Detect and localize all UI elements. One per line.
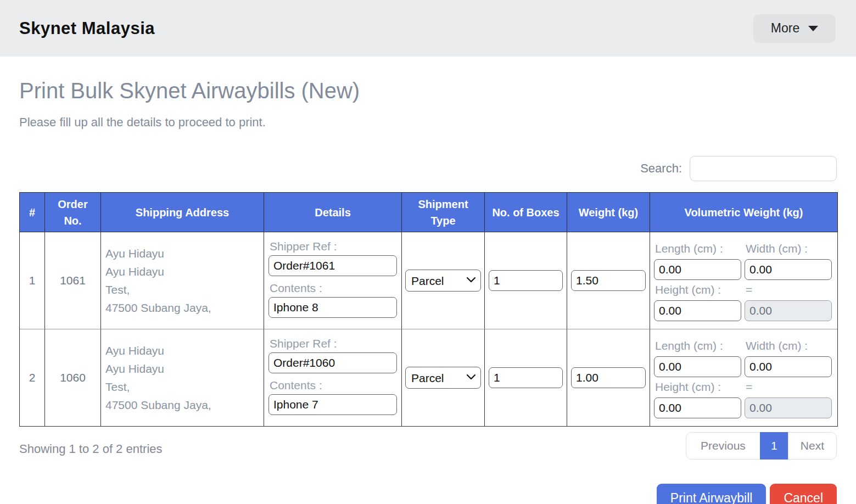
width-input[interactable] [745,356,832,377]
contents-label: Contents : [270,379,397,392]
more-dropdown-label: More [771,21,799,36]
shipment-type-select[interactable]: Parcel [405,367,481,389]
volumetric-weight-cell: Length (cm) : Width (cm) : Height (cm) :… [650,329,837,426]
contents-label: Contents : [270,282,397,295]
height-label: Height (cm) : [655,380,741,394]
height-input[interactable] [654,300,741,321]
no-of-boxes-cell [485,232,567,329]
action-buttons: Print Airwaybill Cancel [19,484,837,504]
address-line: Ayu Hidayu [105,360,261,378]
table-row: 2 1060 Ayu Hidayu Ayu Hidayu Test, 47500… [20,329,837,426]
no-of-boxes-input[interactable] [489,270,563,291]
order-number: 1061 [45,232,101,329]
shipper-ref-input[interactable] [268,352,397,373]
length-label: Length (cm) : [655,339,741,352]
shipping-address: Ayu Hidayu Ayu Hidayu Test, 47500 Subang… [101,329,264,426]
search-label: Search: [640,161,682,176]
shipper-ref-label: Shipper Ref : [270,240,397,253]
weight-cell [567,232,650,329]
pagination-previous[interactable]: Previous [686,432,760,460]
shipper-ref-label: Shipper Ref : [270,337,397,350]
header-shipment-type: Shipment Type [402,193,485,232]
address-line: Ayu Hidayu [105,244,261,262]
contents-input[interactable] [268,394,397,415]
volumetric-total-input [745,397,832,418]
top-navbar: Skynet Malaysia More [0,0,856,57]
volumetric-total-input [745,300,832,321]
weight-cell [567,329,650,426]
contents-input[interactable] [268,297,397,318]
no-of-boxes-cell [485,329,567,426]
print-airwaybill-button[interactable]: Print Airwaybill [657,484,767,504]
header-index: # [20,193,45,232]
table-row: 1 1061 Ayu Hidayu Ayu Hidayu Test, 47500… [20,232,837,329]
details-cell: Shipper Ref : Contents : [264,232,402,329]
width-input[interactable] [745,259,832,280]
shipment-type-cell: Parcel [402,329,485,426]
airwaybill-table: # Order No. Shipping Address Details Shi… [19,192,838,427]
row-index: 2 [20,329,45,426]
table-header-row: # Order No. Shipping Address Details Shi… [20,193,837,232]
length-input[interactable] [654,356,741,377]
width-label: Width (cm) : [746,339,832,352]
length-label: Length (cm) : [655,242,741,255]
address-line: Ayu Hidayu [105,341,261,360]
more-dropdown-button[interactable]: More [753,14,836,43]
equals-label: = [746,380,832,394]
order-number: 1060 [45,329,101,426]
weight-input[interactable] [571,367,646,388]
details-cell: Shipper Ref : Contents : [264,329,402,426]
shipment-type-select[interactable]: Parcel [405,270,481,292]
header-shipping-address: Shipping Address [101,193,264,232]
shipment-type-cell: Parcel [402,232,485,329]
row-index: 1 [20,232,45,329]
page-subtitle: Please fill up all the details to procee… [19,115,837,130]
header-weight: Weight (kg) [567,193,650,232]
length-input[interactable] [654,259,741,280]
address-line: Ayu Hidayu [105,262,261,281]
pagination-page-1[interactable]: 1 [760,432,788,460]
shipping-address: Ayu Hidayu Ayu Hidayu Test, 47500 Subang… [101,232,264,329]
height-input[interactable] [654,397,741,418]
volumetric-weight-cell: Length (cm) : Width (cm) : Height (cm) :… [650,232,837,329]
header-volumetric-weight: Volumetric Weight (kg) [650,193,837,232]
address-line: Test, [105,378,261,396]
pagination-next[interactable]: Next [788,432,837,460]
search-input[interactable] [690,156,837,181]
table-footer: Showing 1 to 2 of 2 entries Previous 1 N… [19,432,837,460]
main-content: Print Bulk Skynet Airwaybills (New) Plea… [0,79,856,504]
width-label: Width (cm) : [746,242,832,255]
shipper-ref-input[interactable] [268,255,397,276]
page-title: Print Bulk Skynet Airwaybills (New) [19,79,837,103]
address-line: 47500 Subang Jaya, [105,396,261,414]
entries-info: Showing 1 to 2 of 2 entries [19,432,163,456]
header-details: Details [264,193,402,232]
height-label: Height (cm) : [655,283,741,296]
header-order-no: Order No. [45,193,101,232]
caret-down-icon [808,26,818,31]
cancel-button[interactable]: Cancel [770,484,837,504]
address-line: 47500 Subang Jaya, [105,299,261,317]
header-no-of-boxes: No. of Boxes [485,193,567,232]
pagination: Previous 1 Next [686,432,837,460]
no-of-boxes-input[interactable] [489,367,563,388]
brand-title: Skynet Malaysia [19,19,155,38]
search-row: Search: [19,156,837,181]
address-line: Test, [105,281,261,299]
weight-input[interactable] [571,270,646,291]
equals-label: = [746,283,832,296]
